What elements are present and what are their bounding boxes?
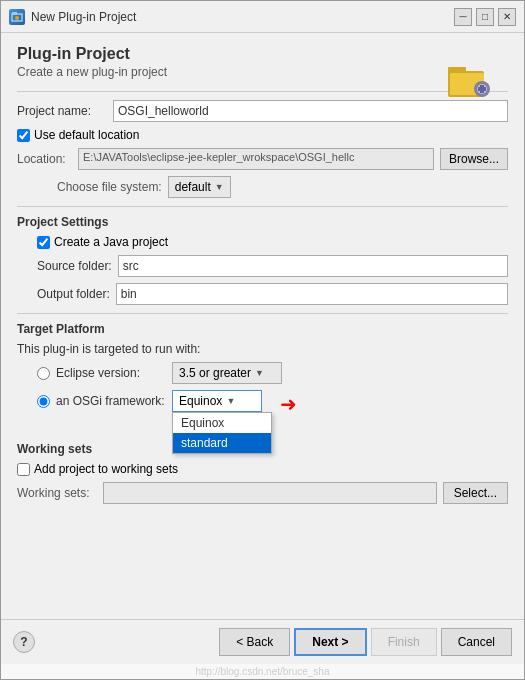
svg-rect-1 — [12, 12, 17, 15]
filesystem-label: Choose file system: — [57, 180, 162, 194]
svg-rect-4 — [448, 67, 466, 73]
project-name-row: Project name: — [17, 100, 508, 122]
eclipse-version-arrow-icon: ▼ — [255, 368, 264, 378]
browse-button[interactable]: Browse... — [440, 148, 508, 170]
add-working-sets-label: Add project to working sets — [34, 462, 178, 476]
header-folder-icon — [444, 57, 492, 105]
page-subtitle: Create a new plug-in project — [17, 65, 448, 79]
header-divider — [17, 91, 508, 92]
close-button[interactable]: ✕ — [498, 8, 516, 26]
output-folder-label: Output folder: — [37, 287, 110, 301]
filesystem-arrow-icon: ▼ — [215, 182, 224, 192]
osgi-arrow-icon: ▼ — [226, 396, 235, 406]
filesystem-row: Choose file system: default ▼ — [17, 176, 508, 198]
osgi-option-equinox[interactable]: Equinox — [173, 413, 271, 433]
watermark-text: http://blog.csdn.net/bruce_sha — [196, 666, 330, 677]
help-button[interactable]: ? — [13, 631, 35, 653]
osgi-dropdown-popup: Equinox standard — [172, 412, 272, 454]
osgi-framework-radio[interactable] — [37, 395, 50, 408]
content-area: Plug-in Project Create a new plug-in pro… — [1, 33, 524, 619]
selection-arrow-icon: ➜ — [280, 392, 297, 416]
settings-divider — [17, 206, 508, 207]
source-folder-input[interactable] — [118, 255, 508, 277]
source-folder-row: Source folder: — [17, 255, 508, 277]
filesystem-value: default — [175, 180, 211, 194]
eclipse-version-value: 3.5 or greater — [179, 366, 251, 380]
add-working-sets-checkbox[interactable] — [17, 463, 30, 476]
osgi-dropdown-container: Equinox ▼ Equinox standard ➜ — [172, 390, 262, 412]
next-button[interactable]: Next > — [294, 628, 366, 656]
finish-button[interactable]: Finish — [371, 628, 437, 656]
default-location-checkbox[interactable] — [17, 129, 30, 142]
filesystem-dropdown[interactable]: default ▼ — [168, 176, 231, 198]
page-title: Plug-in Project — [17, 45, 448, 63]
working-sets-label: Working sets: — [17, 486, 97, 500]
eclipse-version-dropdown[interactable]: 3.5 or greater ▼ — [172, 362, 282, 384]
create-java-row: Create a Java project — [17, 235, 508, 249]
create-java-label: Create a Java project — [54, 235, 168, 249]
select-button[interactable]: Select... — [443, 482, 508, 504]
osgi-framework-row: an OSGi framework: Equinox ▼ Equinox sta… — [17, 390, 508, 412]
project-settings-title: Project Settings — [17, 215, 508, 229]
maximize-button[interactable]: □ — [476, 8, 494, 26]
window-title: New Plug-in Project — [31, 10, 448, 24]
target-platform-desc: This plug-in is targeted to run with: — [17, 342, 508, 356]
minimize-button[interactable]: ─ — [454, 8, 472, 26]
target-platform-title: Target Platform — [17, 322, 508, 336]
eclipse-version-radio[interactable] — [37, 367, 50, 380]
svg-point-2 — [15, 16, 19, 20]
output-folder-input[interactable] — [116, 283, 508, 305]
working-sets-input[interactable] — [103, 482, 437, 504]
osgi-option-standard[interactable]: standard — [173, 433, 271, 453]
window-icon — [9, 9, 25, 25]
location-label: Location: — [17, 152, 72, 166]
working-sets-row: Working sets: Select... — [17, 482, 508, 504]
title-controls: ─ □ ✕ — [454, 8, 516, 26]
default-location-row: Use default location — [17, 128, 508, 142]
cancel-button[interactable]: Cancel — [441, 628, 512, 656]
location-row: Location: E:\JAVATools\eclipse-jee-keple… — [17, 148, 508, 170]
title-bar: New Plug-in Project ─ □ ✕ — [1, 1, 524, 33]
window: New Plug-in Project ─ □ ✕ Plug-in Projec… — [0, 0, 525, 680]
eclipse-version-row: Eclipse version: 3.5 or greater ▼ — [17, 362, 508, 384]
eclipse-version-label: Eclipse version: — [56, 366, 166, 380]
output-folder-row: Output folder: — [17, 283, 508, 305]
watermark: http://blog.csdn.net/bruce_sha — [1, 664, 524, 679]
osgi-framework-label: an OSGi framework: — [56, 394, 166, 408]
back-button[interactable]: < Back — [219, 628, 290, 656]
osgi-framework-value: Equinox — [179, 394, 222, 408]
svg-rect-9 — [478, 87, 486, 91]
source-folder-label: Source folder: — [37, 259, 112, 273]
bottom-bar: ? < Back Next > Finish Cancel — [1, 619, 524, 664]
location-value: E:\JAVATools\eclipse-jee-kepler_wrokspac… — [78, 148, 434, 170]
target-divider — [17, 313, 508, 314]
default-location-label: Use default location — [34, 128, 139, 142]
osgi-framework-dropdown[interactable]: Equinox ▼ — [172, 390, 262, 412]
create-java-checkbox[interactable] — [37, 236, 50, 249]
add-working-sets-row: Add project to working sets — [17, 462, 508, 476]
project-name-label: Project name: — [17, 104, 107, 118]
